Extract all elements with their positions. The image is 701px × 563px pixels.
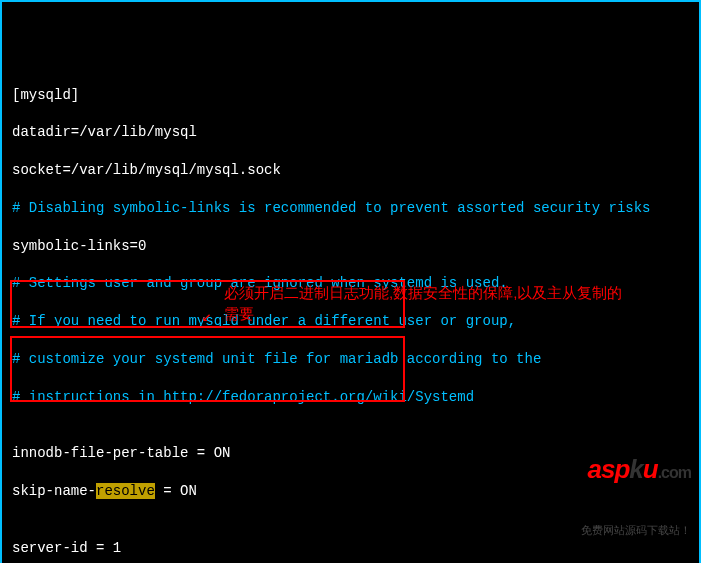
annotation-arrow-icon: ↙: [202, 307, 212, 329]
search-highlight: resolve: [96, 483, 155, 499]
config-line: symbolic-links=0: [12, 237, 689, 256]
text-post: = ON: [155, 483, 197, 499]
annotation-text: 必须开启二进制日志功能,数据安全性的保障,以及主从复制的需要: [224, 282, 624, 324]
watermark-logo: aspku.com: [581, 452, 691, 487]
logo-u: u: [643, 454, 658, 484]
config-line: datadir=/var/lib/mysql: [12, 123, 689, 142]
text-pre: skip-name-: [12, 483, 96, 499]
config-line: socket=/var/lib/mysql/mysql.sock: [12, 161, 689, 180]
logo-com: .com: [658, 464, 691, 481]
logo-k: k: [629, 454, 642, 484]
logo-asp: asp: [587, 454, 629, 484]
watermark: aspku.com 免费网站源码下载站！: [581, 415, 691, 557]
comment-line: # Disabling symbolic-links is recommende…: [12, 199, 689, 218]
watermark-subtitle: 免费网站源码下载站！: [581, 523, 691, 538]
config-line: [mysqld]: [12, 86, 689, 105]
highlight-box-ssl: [10, 336, 405, 402]
